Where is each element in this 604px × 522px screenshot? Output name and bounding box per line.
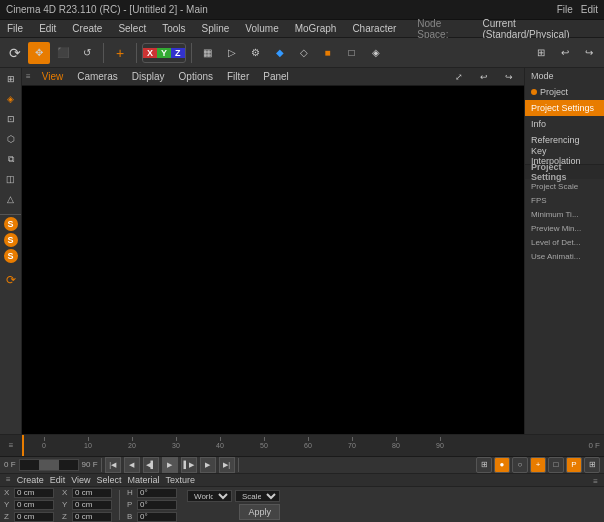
ls-icon-6[interactable]: ◫ [2,170,20,188]
timeline[interactable]: ≡ 0 10 20 [0,435,604,457]
z-axis-btn[interactable]: Z [171,48,185,58]
coord-x-input[interactable] [14,488,54,498]
bi-icon-1[interactable]: ⊞ [476,457,492,473]
status-material[interactable]: Material [128,475,160,485]
menu-edit[interactable]: Edit [36,22,59,35]
xyz-toggle[interactable]: X Y Z [142,43,186,63]
ls-icon-bottom[interactable]: ⟳ [2,271,20,289]
ls-icon-2[interactable]: ◈ [2,90,20,108]
status-edit[interactable]: Edit [50,475,66,485]
toolbar-undo[interactable]: ↺ [76,42,98,64]
btn-prev-frame[interactable]: ◀ [124,457,140,473]
view-menu-cameras[interactable]: Cameras [74,70,121,83]
bi-icon-2[interactable]: ● [494,457,510,473]
ls-s-icon-1[interactable]: S [4,217,18,231]
y-axis-btn[interactable]: Y [157,48,171,58]
rp-project[interactable]: Project [525,84,604,100]
ls-icon-5[interactable]: ⧉ [2,150,20,168]
frame-slider[interactable] [19,459,79,471]
toolbar-icon-10[interactable]: □ [341,42,363,64]
view-menu-view[interactable]: View [39,70,67,83]
btn-play[interactable]: ▶ [162,457,178,473]
view-icon-1[interactable]: ⤢ [448,68,470,88]
bi-icon-3[interactable]: ○ [512,457,528,473]
view-menu-panel[interactable]: Panel [260,70,292,83]
btn-go-start[interactable]: |◀ [105,457,121,473]
playhead[interactable] [22,435,24,456]
view-menu-filter[interactable]: Filter [224,70,252,83]
ruler-mark-50: 50 [242,437,286,449]
toolbar-icon-4[interactable]: ▦ [197,42,219,64]
toolbar-icon-5[interactable]: ▷ [221,42,243,64]
menu-create[interactable]: Create [69,22,105,35]
coord-z-input[interactable] [14,512,54,522]
toolbar-right-icon-2[interactable]: ↩ [554,42,576,64]
menu-character[interactable]: Character [349,22,399,35]
btn-go-end[interactable]: ▶| [219,457,235,473]
status-hamburger[interactable]: ≡ [6,475,11,484]
view-icon-2[interactable]: ↩ [473,68,495,88]
menu-volume[interactable]: Volume [242,22,281,35]
toolbar-right-icon-1[interactable]: ⊞ [530,42,552,64]
bi-icon-6[interactable]: P [566,457,582,473]
toolbar-icon-7[interactable]: ◆ [269,42,291,64]
ls-icon-1[interactable]: ⊞ [2,70,20,88]
btn-prev-key[interactable]: ◀▌ [143,457,159,473]
status-create[interactable]: Create [17,475,44,485]
toolbar-icon-6[interactable]: ⚙ [245,42,267,64]
coord-b-input[interactable] [137,512,177,522]
coord-y-input[interactable] [14,500,54,510]
menu-tools[interactable]: Tools [159,22,188,35]
left-sidebar: ⊞ ◈ ⊡ ⬡ ⧉ ◫ △ S S S ⟳ [0,68,22,434]
edit-menu-title[interactable]: Edit [581,4,598,15]
toolbar-rotate[interactable]: ⟳ [4,42,26,64]
toolbar-right-icon-3[interactable]: ↪ [578,42,600,64]
ls-s-icon-2[interactable]: S [4,233,18,247]
toolbar-cube[interactable]: ⬛ [52,42,74,64]
toolbar-icon-8[interactable]: ◇ [293,42,315,64]
ls-icon-3[interactable]: ⊡ [2,110,20,128]
x-axis-btn[interactable]: X [143,48,157,58]
coord-y2-input[interactable] [72,500,112,510]
toolbar-icon-9[interactable]: ■ [317,42,339,64]
toolbar-add[interactable]: + [109,42,131,64]
rp-mode-section: Mode Project Project Settings Info Refer… [525,68,604,165]
ls-icon-7[interactable]: △ [2,190,20,208]
slider-thumb[interactable] [39,460,59,470]
menu-spline[interactable]: Spline [199,22,233,35]
view-hamburger[interactable]: ≡ [26,72,31,81]
scale-select[interactable]: Scale [235,490,280,502]
timeline-ruler[interactable]: 0 10 20 30 4 [22,435,584,456]
status-view[interactable]: View [71,475,90,485]
menu-select[interactable]: Select [115,22,149,35]
apply-button[interactable]: Apply [239,504,280,520]
world-select[interactable]: World [187,490,232,502]
coord-x2-input[interactable] [72,488,112,498]
ls-s-icon-3[interactable]: S [4,249,18,263]
viewport[interactable] [22,86,524,434]
bi-icon-7[interactable]: ⊞ [584,457,600,473]
view-icon-3[interactable]: ↪ [498,68,520,88]
menu-mograph[interactable]: MoGraph [292,22,340,35]
view-menu-display[interactable]: Display [129,70,168,83]
btn-next-frame[interactable]: ▶ [200,457,216,473]
ls-icon-4[interactable]: ⬡ [2,130,20,148]
rp-info[interactable]: Info [525,116,604,132]
coord-z2-input[interactable] [72,512,112,522]
bi-icon-4[interactable]: + [530,457,546,473]
timeline-hamburger[interactable]: ≡ [9,441,14,450]
coord-h-input[interactable] [137,488,177,498]
rp-project-settings[interactable]: Project Settings [525,100,604,116]
toolbar-move[interactable]: ✥ [28,42,50,64]
toolbar-icon-11[interactable]: ◈ [365,42,387,64]
rp-mode[interactable]: Mode [525,68,604,84]
status-texture[interactable]: Texture [166,475,196,485]
status-select[interactable]: Select [97,475,122,485]
menu-file[interactable]: File [4,22,26,35]
view-menu-options[interactable]: Options [176,70,216,83]
file-menu[interactable]: File [557,4,573,15]
current-space[interactable]: Current (Standard/Physical) [482,18,600,40]
bi-icon-5[interactable]: □ [548,457,564,473]
btn-next-key[interactable]: ▌▶ [181,457,197,473]
coord-p-input[interactable] [137,500,177,510]
